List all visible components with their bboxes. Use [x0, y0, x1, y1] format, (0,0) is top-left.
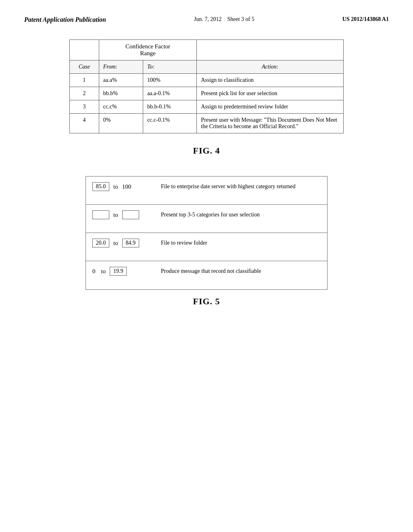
table-row: 4 0% cc.c-0.1% Present user with Message…: [70, 114, 344, 133]
row1-to: 100%: [143, 74, 196, 87]
page: Patent Application Publication Jun. 7, 2…: [0, 0, 413, 532]
fig5-row-4: 0 to 19.9 Produce message that record no…: [86, 261, 327, 289]
table-row: 3 cc.c% bb.b-0.1% Assign to predetermine…: [70, 100, 344, 114]
row1-from: aa.a%: [99, 74, 143, 87]
column-headers-row: Case From: To: Action:: [70, 60, 344, 74]
patent-title: Patent Application Publication: [24, 16, 106, 23]
table-row: 1 aa.a% 100% Assign to classification: [70, 74, 344, 87]
fig5-box: 85.0 to 100 File to enterprise date serv…: [86, 176, 327, 290]
fig5-container: 85.0 to 100 File to enterprise date serv…: [24, 176, 389, 307]
row1-case: 1: [70, 74, 99, 87]
page-header: Patent Application Publication Jun. 7, 2…: [24, 16, 389, 23]
fig5-from-2: [92, 210, 109, 219]
fig5-to-label-1: to: [113, 183, 118, 190]
fig5-to-label-3: to: [113, 240, 118, 247]
fig5-to-3: 84.9: [122, 239, 139, 247]
fig4-table: Confidence FactorRange Case From: To: Ac…: [69, 39, 344, 133]
fig4-label: FIG. 4: [193, 145, 220, 156]
fig5-to-label-2: to: [113, 212, 118, 218]
fig5-desc-3: File to review folder: [161, 239, 321, 247]
row4-action: Present user with Message: "This Documen…: [197, 114, 344, 133]
row3-case: 3: [70, 100, 99, 114]
row1-action: Assign to classification: [197, 74, 344, 87]
fig5-row-2: to Present top 3-5 categories for user s…: [86, 205, 327, 233]
fig5-to-4: 19.9: [110, 267, 127, 276]
row3-action: Assign to predetermined review folder: [197, 100, 344, 114]
fig4-container: Confidence FactorRange Case From: To: Ac…: [24, 39, 389, 156]
fig5-range-3: 20.0 to 84.9: [92, 239, 161, 247]
row4-from: 0%: [99, 114, 143, 133]
col-to: To:: [143, 60, 196, 74]
fig5-to-2: [122, 210, 139, 219]
case-empty-cell: [70, 40, 99, 60]
fig5-range-1: 85.0 to 100: [92, 182, 161, 191]
row4-to: cc.c-0.1%: [143, 114, 196, 133]
row3-to: bb.b-0.1%: [143, 100, 196, 114]
action-empty-cell: [197, 40, 344, 60]
fig5-desc-4: Produce message that record not classifi…: [161, 267, 321, 275]
header-center: Jun. 7, 2012 Sheet 3 of 5: [194, 16, 254, 23]
fig5-from-4: 0: [92, 268, 96, 275]
row2-from: bb.b%: [99, 87, 143, 100]
col-case: Case: [70, 60, 99, 74]
fig5-from-1: 85.0: [92, 182, 109, 191]
fig5-row-1: 85.0 to 100 File to enterprise date serv…: [86, 177, 327, 205]
fig5-from-3: 20.0: [92, 239, 109, 247]
fig5-label: FIG. 5: [193, 296, 220, 307]
row3-from: cc.c%: [99, 100, 143, 114]
col-action: Action:: [197, 60, 344, 74]
table-row: 2 bb.b% aa.a-0.1% Present pick list for …: [70, 87, 344, 100]
fig5-to-label-4: to: [101, 268, 106, 275]
row2-case: 2: [70, 87, 99, 100]
row2-action: Present pick list for user selection: [197, 87, 344, 100]
fig5-desc-2: Present top 3-5 categories for user sele…: [161, 210, 321, 219]
sheet-info: Sheet 3 of 5: [227, 16, 254, 22]
confidence-factor-header: Confidence FactorRange: [99, 40, 197, 60]
fig5-range-4: 0 to 19.9: [92, 267, 161, 276]
row2-to: aa.a-0.1%: [143, 87, 196, 100]
col-from: From:: [99, 60, 143, 74]
fig5-desc-1: File to enterprise date server with high…: [161, 182, 321, 191]
row4-case: 4: [70, 114, 99, 133]
fig5-to-val-1: 100: [122, 183, 131, 190]
confidence-header-row: Confidence FactorRange: [70, 40, 344, 60]
fig5-row-3: 20.0 to 84.9 File to review folder: [86, 233, 327, 261]
fig5-range-2: to: [92, 210, 161, 219]
publication-date: Jun. 7, 2012: [194, 16, 221, 22]
patent-number: US 2012/143868 A1: [342, 16, 389, 23]
